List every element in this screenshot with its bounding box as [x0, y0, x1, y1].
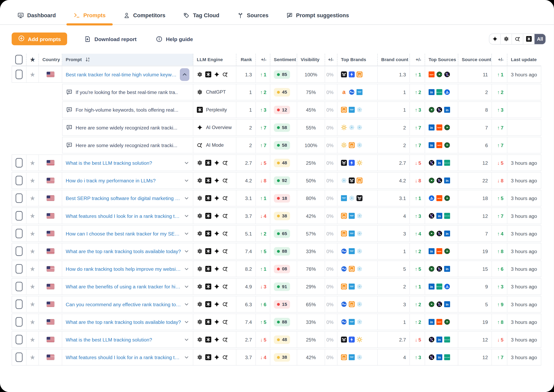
engine-filter-all[interactable]: All — [534, 34, 545, 44]
visibility-delta: 0% — [326, 284, 334, 289]
source-count-cell: 12 — [458, 349, 492, 365]
checkbox-cell — [12, 225, 27, 241]
favorite-star[interactable]: ★ — [30, 283, 35, 290]
favorite-star[interactable]: ★ — [30, 230, 35, 237]
expand-chevron[interactable] — [184, 284, 189, 289]
expand-chevron[interactable] — [184, 213, 189, 219]
tab-sources[interactable]: Sources — [236, 9, 269, 24]
brand-count-value: 3 — [403, 231, 406, 236]
sort-az-icon[interactable]: AZ — [84, 56, 90, 63]
prompt-link[interactable]: Best rank tracker for real-time high vol… — [66, 71, 178, 77]
row-checkbox[interactable] — [16, 193, 23, 203]
row-checkbox[interactable] — [16, 70, 23, 79]
prompt-link[interactable]: What is the best LLM tracking solution? — [66, 337, 182, 342]
tab-tag-cloud[interactable]: Tag Cloud — [182, 9, 220, 24]
prompt-link[interactable]: How do i track my performance in LLMs? — [66, 178, 182, 183]
tab-competitors[interactable]: Competitors — [123, 9, 166, 24]
svg-text:A: A — [447, 74, 449, 77]
expand-chevron[interactable] — [184, 160, 189, 166]
frame-icon — [349, 301, 355, 307]
brand-delta-cell: ↑3 — [410, 102, 425, 118]
brand-delta-cell: ↑2 — [410, 296, 425, 312]
row-checkbox[interactable] — [16, 352, 23, 362]
engine-filter-ai-mode[interactable] — [512, 34, 523, 44]
last-update-cell: 3 hours ago — [507, 349, 541, 365]
arrow-up-icon: ↑ — [415, 248, 417, 254]
expand-chevron[interactable] — [184, 354, 189, 360]
globe-icon — [341, 248, 347, 254]
plus-circle-icon — [18, 35, 25, 43]
prompt-link[interactable]: What are the top rank tracking tools ava… — [66, 248, 182, 254]
delta-value: 5 — [418, 160, 421, 166]
visibility-cell: 25% — [297, 155, 325, 171]
row-checkbox[interactable] — [16, 282, 23, 291]
row-checkbox[interactable] — [16, 264, 23, 274]
visibility-delta-cell: 0% — [325, 279, 338, 294]
download-document-icon — [84, 35, 91, 42]
expand-chevron[interactable] — [184, 319, 189, 325]
favorite-star[interactable]: ★ — [30, 266, 35, 272]
tab-prompt-suggestions[interactable]: Prompt suggestions — [285, 9, 350, 24]
expand-chevron[interactable] — [184, 196, 189, 201]
favorite-star[interactable]: ★ — [30, 177, 35, 184]
rank-delta: ↑1 — [260, 196, 266, 201]
rank-cell: 4.2 — [236, 173, 256, 188]
expand-chevron[interactable] — [184, 266, 189, 272]
tab-prompts[interactable]: Prompts — [73, 9, 106, 24]
prompt-link[interactable]: How can I choose the best rank tracker f… — [66, 231, 182, 236]
prompt-link[interactable]: How do rank tracking tools help improve … — [66, 266, 182, 272]
add-prompts-button[interactable]: Add prompts — [12, 33, 67, 45]
engine-filter-ai-overview[interactable] — [489, 34, 500, 44]
row-checkbox[interactable] — [16, 335, 23, 344]
arrow-down-icon: ↓ — [260, 178, 263, 183]
prompt-link[interactable]: What are the top rank tracking tools ava… — [66, 319, 182, 325]
favorite-star[interactable]: ★ — [30, 248, 35, 254]
expand-chevron[interactable] — [184, 231, 189, 236]
expand-chevron[interactable] — [184, 301, 189, 307]
row-checkbox[interactable] — [16, 211, 23, 221]
favorite-star[interactable]: ★ — [30, 319, 35, 325]
delta-value: 5 — [263, 337, 266, 342]
arrow-up-icon: ↑ — [497, 301, 499, 307]
burst-icon — [429, 301, 435, 307]
row-checkbox[interactable] — [16, 158, 23, 168]
expand-chevron[interactable] — [184, 178, 189, 183]
perplexity-icon — [205, 248, 211, 254]
favorite-star[interactable]: ★ — [30, 71, 35, 77]
row-checkbox[interactable] — [16, 299, 23, 309]
last-update-cell: 3 hours ago — [507, 261, 541, 277]
favorite-star[interactable]: ★ — [30, 301, 35, 308]
branch-icon — [237, 12, 244, 19]
prompt-link[interactable]: What are the benefits of using a rank tr… — [66, 284, 182, 289]
favorite-star[interactable]: ★ — [30, 336, 35, 343]
collapse-button[interactable] — [180, 68, 189, 81]
help-guide-button[interactable]: Help guide — [153, 35, 195, 43]
favorite-star[interactable]: ★ — [30, 195, 35, 201]
prompt-link[interactable]: Can you recommend any effective rank tra… — [66, 301, 182, 307]
delta-value: 1 — [418, 196, 421, 201]
prompt-link[interactable]: What features should I look for in a ran… — [66, 354, 182, 360]
engine-filter-chatgpt[interactable] — [500, 34, 512, 44]
row-checkbox[interactable] — [16, 317, 23, 327]
prompt-link[interactable]: What is the best LLM tracking solution? — [66, 160, 182, 166]
download-report-button[interactable]: Download report — [82, 35, 139, 43]
sentiment-badge: 48 — [274, 335, 290, 344]
favorite-star[interactable]: ★ — [30, 213, 35, 219]
row-checkbox[interactable] — [16, 246, 23, 256]
arrow-up-icon: ↑ — [260, 319, 263, 325]
favorite-star[interactable]: ★ — [30, 354, 35, 361]
row-checkbox[interactable] — [16, 229, 23, 238]
tab-dashboard[interactable]: Dashboard — [17, 9, 56, 24]
favorite-star[interactable]: ★ — [30, 160, 35, 166]
row-checkbox[interactable] — [16, 176, 23, 185]
select-all-checkbox[interactable] — [15, 55, 23, 64]
expand-chevron[interactable] — [184, 337, 189, 342]
engine-filter-perplexity[interactable] — [523, 34, 534, 44]
prompt-link[interactable]: Best SERP tracking software for digital … — [66, 196, 182, 201]
sentiment-cell: 91 — [270, 279, 297, 294]
tag-icon — [183, 12, 190, 19]
top-brands-cell — [338, 190, 378, 206]
prompt-link[interactable]: What features should I look for in a ran… — [66, 213, 182, 219]
expand-chevron[interactable] — [184, 248, 189, 254]
checkbox-cell — [12, 155, 27, 171]
